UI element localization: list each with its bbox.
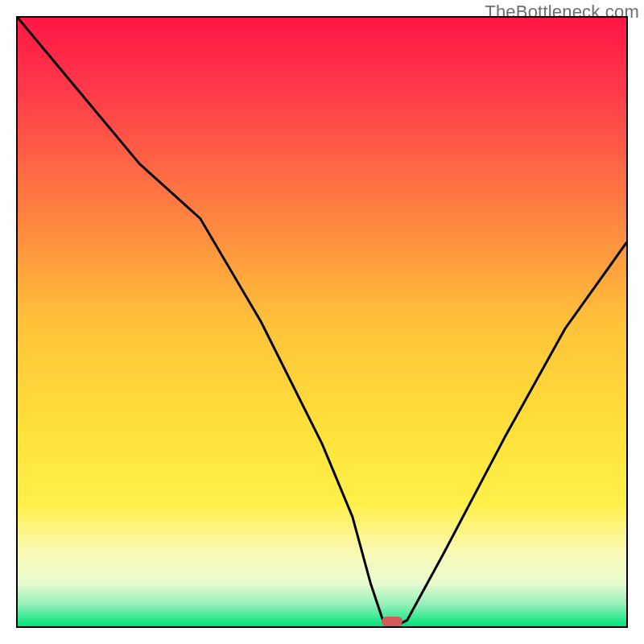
chart-frame: TheBottleneck.com: [0, 0, 644, 644]
curve-layer: [18, 18, 626, 626]
plot-area: [16, 16, 628, 628]
bottleneck-curve: [18, 18, 626, 626]
optimal-marker: [382, 617, 402, 626]
